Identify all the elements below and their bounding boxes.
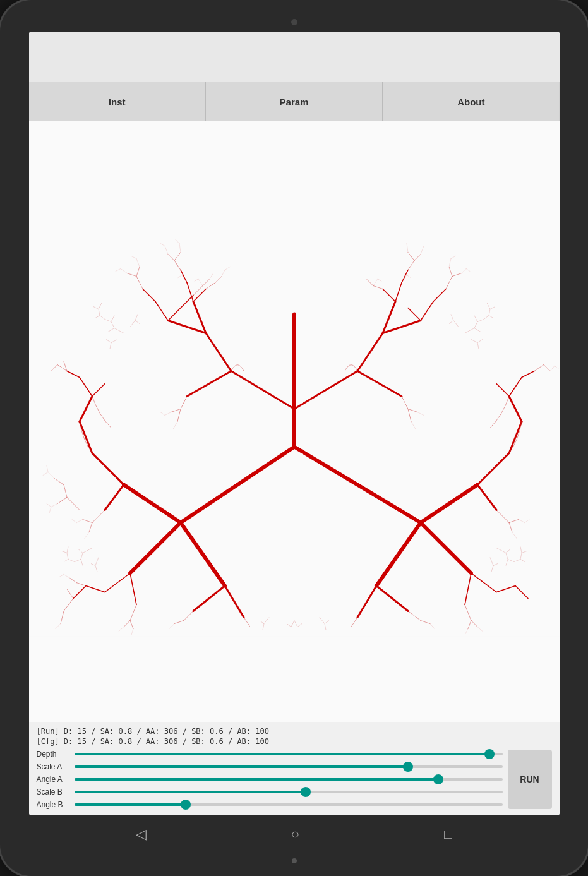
- slider-track-angle-b[interactable]: [75, 803, 503, 806]
- slider-row-angle-b: Angle B: [37, 800, 503, 809]
- tab-inst[interactable]: Inst: [29, 82, 206, 121]
- slider-thumb-scale-b[interactable]: [301, 787, 311, 797]
- slider-fill-angle-b: [75, 803, 186, 806]
- recent-button[interactable]: □: [444, 826, 452, 843]
- slider-row-scale-b: Scale B: [37, 788, 503, 796]
- slider-label-angle-a: Angle A: [37, 775, 69, 784]
- bottom-panel: [Run] D: 15 / SA: 0.8 / AA: 306 / SB: 0.…: [29, 722, 560, 815]
- slider-track-scale-a[interactable]: [75, 765, 503, 768]
- tab-bar: Inst Param About: [29, 82, 560, 121]
- slider-label-depth: Depth: [37, 750, 69, 759]
- tablet: Inst Param About .branch-main { stroke: …: [0, 0, 588, 876]
- run-status: [Run] D: 15 / SA: 0.8 / AA: 306 / SB: 0.…: [37, 727, 552, 736]
- slider-thumb-scale-a[interactable]: [403, 762, 413, 772]
- slider-track-scale-b[interactable]: [75, 791, 503, 793]
- slider-track-angle-a[interactable]: [75, 778, 503, 781]
- slider-thumb-angle-a[interactable]: [433, 774, 443, 784]
- fractal-display: .branch-main { stroke: #cc0000; stroke-w…: [29, 121, 560, 722]
- camera-dot: [291, 19, 297, 25]
- slider-label-scale-a: Scale A: [37, 762, 69, 771]
- home-indicator: [292, 858, 297, 863]
- slider-label-scale-b: Scale B: [37, 788, 69, 796]
- tablet-screen: Inst Param About .branch-main { stroke: …: [29, 32, 560, 815]
- slider-thumb-angle-b[interactable]: [181, 800, 191, 810]
- cfg-status: [Cfg] D: 15 / SA: 0.8 / AA: 306 / SB: 0.…: [37, 737, 552, 746]
- slider-fill-scale-b: [75, 791, 306, 793]
- tab-param[interactable]: Param: [206, 82, 383, 121]
- slider-fill-angle-a: [75, 778, 438, 781]
- slider-row-angle-a: Angle A: [37, 775, 503, 784]
- nav-bar: ◁ ○ □: [13, 815, 575, 853]
- run-button[interactable]: RUN: [508, 750, 552, 809]
- slider-track-depth[interactable]: [75, 753, 503, 755]
- sliders-section: Depth Scale A: [37, 750, 503, 809]
- slider-row-scale-a: Scale A: [37, 762, 503, 771]
- slider-label-angle-b: Angle B: [37, 800, 69, 809]
- top-bar: [29, 32, 560, 82]
- home-button[interactable]: ○: [291, 826, 299, 843]
- tab-about[interactable]: About: [383, 82, 559, 121]
- slider-thumb-depth[interactable]: [484, 749, 495, 759]
- slider-fill-depth: [75, 753, 490, 755]
- slider-fill-scale-a: [75, 765, 409, 768]
- slider-row-depth: Depth: [37, 750, 503, 759]
- back-button[interactable]: ◁: [136, 826, 147, 843]
